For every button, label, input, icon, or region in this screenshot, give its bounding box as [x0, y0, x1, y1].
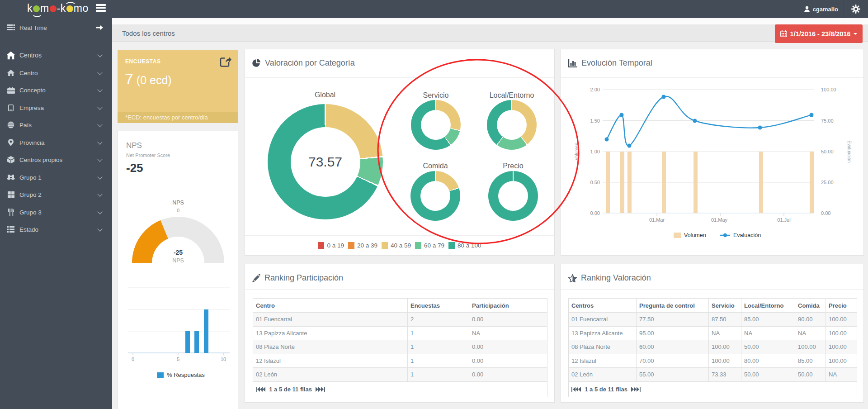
svg-text:0.00: 0.00 — [821, 210, 830, 216]
svg-text:Volumen: Volumen — [574, 143, 579, 161]
svg-text:5: 5 — [177, 357, 179, 362]
svg-text:2.00: 2.00 — [590, 87, 600, 92]
svg-text:0.00: 0.00 — [590, 210, 600, 216]
svg-text:50.00: 50.00 — [821, 149, 834, 154]
svg-text:01.Jul: 01.Jul — [777, 217, 790, 223]
svg-text:0.50: 0.50 — [590, 180, 600, 185]
svg-text:Evaluación: Evaluación — [847, 141, 852, 163]
svg-text:1.50: 1.50 — [590, 118, 600, 124]
svg-text:% Respuestas: % Respuestas — [167, 371, 205, 378]
svg-text:Evaluación: Evaluación — [733, 232, 761, 238]
svg-text:01.Mar: 01.Mar — [649, 217, 665, 223]
svg-text:100.00: 100.00 — [821, 87, 836, 92]
svg-text:01.May: 01.May — [711, 217, 728, 223]
svg-text:Volumen: Volumen — [684, 232, 706, 238]
svg-text:1.00: 1.00 — [590, 149, 600, 154]
svg-text:10: 10 — [221, 357, 226, 362]
svg-text:75.00: 75.00 — [821, 118, 834, 124]
svg-text:25.00: 25.00 — [821, 180, 834, 185]
svg-text:0: 0 — [132, 357, 134, 362]
